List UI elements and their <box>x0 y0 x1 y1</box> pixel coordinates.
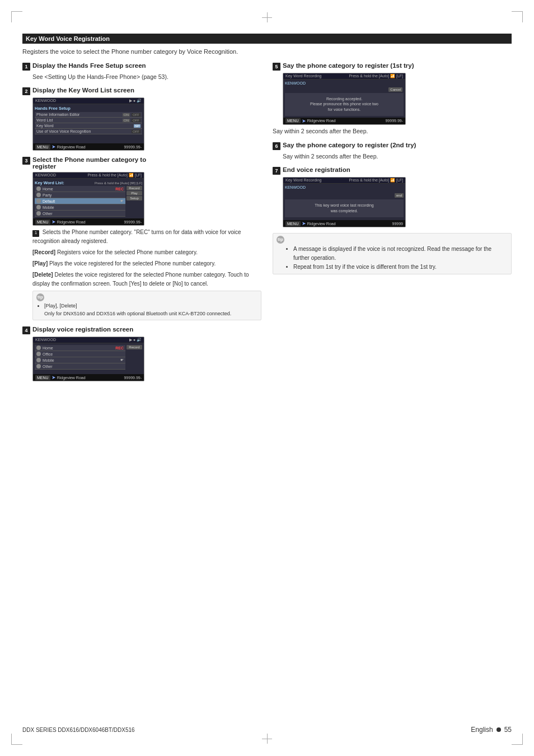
step-3-record-label: [Record] <box>32 249 55 255</box>
screen-key-word-recording-1: Key Word Recording Press & hold the [Aut… <box>283 73 406 125</box>
screen-3-row-party: Party <box>35 192 125 198</box>
section-header: Key Word Voice Registration <box>22 34 512 44</box>
tip-step3-header: tip <box>36 293 257 301</box>
step-1-body: See <Setting Up the Hands-Free Phone> (p… <box>32 73 261 82</box>
content-area: 1 Display the Hands Free Setup screen Se… <box>22 62 512 388</box>
screen-3-record-btn[interactable]: Record <box>127 186 142 190</box>
step-2-number: 2 <box>22 87 30 95</box>
step-7: 7 End voice registration Key Word Record… <box>273 166 512 227</box>
step-6-body: Say within 2 seconds after the Beep. <box>283 152 512 161</box>
screen-7-cancel-wrapper: end <box>395 190 404 198</box>
step-7-number: 7 <box>273 167 280 175</box>
screen-5-kenwood: KENWOOD <box>285 81 404 85</box>
step-6-label: Say the phone category to register (2nd … <box>283 142 416 148</box>
nav-menu-4: MENU <box>35 375 50 380</box>
screen-3-setup-btn[interactable]: Setup <box>127 196 142 200</box>
screen-4-row-other: Other <box>35 363 125 370</box>
step-4-title: 4 Display voice registration screen <box>22 326 261 334</box>
screen-status-bar-3: KENWOOD Press & hold the [Auto] 📶 [LF] <box>33 172 144 179</box>
screen-key-word-recording-2: Key Word Recording Press & hold the [Aut… <box>283 177 406 227</box>
crosshair-top <box>262 12 272 22</box>
icon-dot-office-4 <box>36 352 41 356</box>
step-4-label: Display voice registration screen <box>32 326 133 333</box>
nav-price-5: 99999.99- <box>385 119 403 123</box>
screen-4-list: Home REC Office Mobile <box>35 345 125 370</box>
screen-5-sub: Press & hold the [Auto] 📶 [LF] <box>349 74 403 78</box>
step-3-play-label: [Play] <box>32 260 48 267</box>
screen-5-cancel-wrapper: Cancel <box>387 86 404 93</box>
screen-content-3: Key Word List: Press & hold the [Auto] [… <box>33 179 144 218</box>
icon-dot-mobile <box>36 205 41 209</box>
step-5-body: Say within 2 seconds after the Beep. <box>273 127 512 136</box>
screen-5-cancel-btn[interactable]: Cancel <box>388 87 402 92</box>
screen-content-5: KENWOOD Cancel Recording accepted.Please… <box>283 80 405 118</box>
screen-icons-3: Press & hold the [Auto] 📶 [LF] <box>87 173 142 178</box>
tip-right-header: tip <box>277 236 508 244</box>
step-7-label: End voice registration <box>283 166 350 173</box>
right-column: 5 Say the phone category to register (1s… <box>273 62 512 388</box>
tip-right: tip A message is displayed if the voice … <box>273 233 512 274</box>
screen-5-msg-box: Recording accepted.Please pronounce this… <box>285 93 404 116</box>
screen-3-row-default[interactable]: Default ☛ <box>35 198 125 204</box>
screen-3-title: Key Word List: <box>35 180 64 185</box>
step-2: 2 Display the Key Word List screen KENWO… <box>22 87 261 151</box>
tip-right-list: A message is displayed if the voice is n… <box>287 245 508 272</box>
step-3-label: Select the Phone number category toregis… <box>32 156 146 170</box>
step-6-title: 6 Say the phone category to register (2n… <box>273 142 512 150</box>
screen-3-other-label: Other <box>43 212 124 216</box>
screen-4-record-btn[interactable]: Record <box>127 345 142 349</box>
screen-voice-reg: KENWOOD ▶ ● 🔊 Home REC <box>32 337 144 381</box>
step-3-sub-delete: [Delete] Deletes the voice registered fo… <box>32 270 261 288</box>
step-3-play-text: Plays the voice registered for the selec… <box>49 260 216 267</box>
left-column: 1 Display the Hands Free Setup screen Se… <box>22 62 261 388</box>
screen-4-row-office: Office <box>35 351 125 357</box>
nav-price-2: 99999.99- <box>124 145 142 149</box>
tip-right-item-1: A message is displayed if the voice is n… <box>293 245 508 263</box>
screen-icons-4: ▶ ● 🔊 <box>129 338 142 342</box>
tip-item-1: [Play], [Delete]Only for DNX5160 and DDX… <box>44 302 257 318</box>
screen-3-side-btns: Record Play Setup <box>127 186 142 217</box>
tip-step3: tip [Play], [Delete]Only for DNX5160 and… <box>32 291 261 320</box>
nav-road-7: Ridgeview Road <box>307 222 391 226</box>
nav-road-2: Ridgeview Road <box>57 145 123 149</box>
screen-4-other-label: Other <box>43 365 124 368</box>
nav-price-7: 99999 <box>392 222 403 226</box>
screen-3-row-home: Home REC <box>35 186 125 192</box>
screen-2-row-3: Key Word SP <box>35 123 142 129</box>
screen-7-msg-box: This key word voice last recordingwas co… <box>285 199 404 217</box>
screen-2-row-4: Use of Voice Voice Recognition OFF <box>35 129 142 134</box>
screen-4-office-label: Office <box>43 352 124 356</box>
step-3: 3 Select the Phone number category toreg… <box>22 156 261 320</box>
icon-dot-other-4 <box>36 364 41 368</box>
screen-5-nav: MENU ➤ Ridgeview Road 99999.99- <box>283 118 405 124</box>
screen-3-row-mobile: Mobile <box>35 204 125 211</box>
crosshair-bottom <box>262 734 272 744</box>
step-4-number: 4 <box>22 326 30 334</box>
screen-key-word-list: KENWOOD Press & hold the [Auto] 📶 [LF] K… <box>32 172 144 226</box>
screen-3-row-other: Other <box>35 211 125 217</box>
screen-4-content: Home REC Office Mobile <box>35 345 142 370</box>
screen-5-msg: Recording accepted.Please pronounce this… <box>287 95 401 114</box>
step-1-label: Display the Hands Free Setup screen <box>32 62 146 69</box>
screen-status-bar-2: KENWOOD ▶ ● 🔊 <box>33 98 144 104</box>
step-3-sub-1-text: Selects the Phone number category. "REC"… <box>32 229 241 244</box>
screen-7-end-btn[interactable]: end <box>395 193 404 198</box>
screen-7-kenwood: KENWOOD <box>285 185 404 189</box>
screen-2-row-2: Word List ON OFF <box>35 118 142 123</box>
screen-3-hand-icon: ☛ <box>120 199 124 203</box>
screen-2-nav: MENU ➤ Ridgeview Road 99999.99- <box>33 143 144 150</box>
screen-3-play-btn[interactable]: Play <box>127 191 142 195</box>
corner-mark-br <box>512 734 523 745</box>
step-3-delete-text: Deletes the voice registered for the sel… <box>32 272 249 287</box>
footer-right: English 55 <box>471 726 512 734</box>
step-3-delete-label: [Delete] <box>32 272 53 278</box>
step-3-sub-1: 1 Selects the Phone number category. "RE… <box>32 228 261 246</box>
nav-price-4: 99999.99- <box>124 376 142 380</box>
nav-menu-2: MENU <box>35 144 50 150</box>
screen-4-home-label: Home <box>43 346 114 350</box>
corner-mark-tl <box>11 11 22 22</box>
footer-series: DDX SERIES DDX616/DDX6046BT/DDX516 <box>22 727 135 733</box>
step-5-label: Say the phone category to register (1st … <box>283 62 414 69</box>
step-5: 5 Say the phone category to register (1s… <box>273 62 512 136</box>
screen-2-rows: Phone Information Editor ON OFF Word Lis… <box>35 112 142 134</box>
